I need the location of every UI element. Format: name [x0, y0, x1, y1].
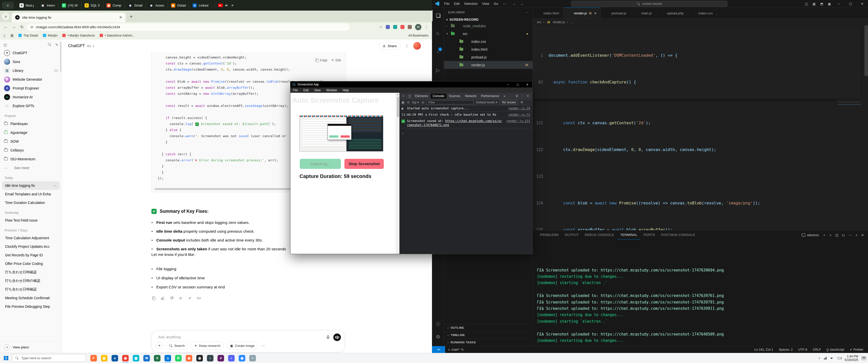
devtools-tab[interactable]: Console	[431, 94, 446, 99]
account-icon[interactable]: ☉	[432, 319, 444, 330]
taskbar-app-icon[interactable]: ◉	[237, 353, 247, 363]
new-tab-button[interactable]: +	[130, 14, 133, 20]
source-control-icon[interactable]: Y1	[432, 46, 444, 58]
tree-item[interactable]: › node_modules	[444, 22, 533, 30]
composer[interactable]: Ask anything + Search ✶Deep research ▣Cr…	[151, 330, 345, 353]
devtools-menu-icon[interactable]: ⋮	[521, 94, 524, 98]
taskbar-app-icon[interactable]: F	[88, 353, 99, 363]
forward-icon[interactable]: →	[12, 25, 16, 30]
source-link[interactable]: render.js:131	[506, 119, 530, 127]
menu-item[interactable]: View	[314, 89, 321, 92]
chat-history-item[interactable]: Email Templates and UI Enha⋯	[2, 190, 60, 198]
chat-history-item[interactable]: Clockify Project Updates Acc	[2, 242, 60, 251]
read-aloud-icon[interactable]	[179, 296, 183, 300]
close-button[interactable]: ✕	[857, 0, 868, 7]
toggle-secondary-sidebar-icon[interactable]: ⬒	[818, 2, 825, 6]
menu-item[interactable]: Window	[326, 89, 337, 92]
tree-item[interactable]: index.css	[444, 38, 533, 45]
devtools-tab[interactable]: Elements	[413, 94, 430, 99]
sidebar-nav-item[interactable]: ▦ Library 23	[1, 66, 60, 75]
background-tab[interactable]: N Next.j	[16, 2, 37, 8]
chat-history-item[interactable]: Idle time logging fix⋯	[2, 181, 60, 190]
taskbar-app-icon[interactable]: X	[152, 353, 162, 363]
toggle-sidebar-icon[interactable]: ▦	[810, 2, 818, 6]
explorer-icon[interactable]: ❏	[432, 10, 444, 21]
taskbar-app-icon[interactable]: ◇	[162, 353, 173, 363]
menu-item[interactable]: ⋯	[500, 2, 508, 5]
console-settings-icon[interactable]: ⚙	[521, 100, 523, 104]
editor-tab[interactable]: index.css ✕	[688, 7, 717, 19]
active-tab[interactable]: ✳ Idle time logging fix ✕	[11, 12, 126, 22]
taskbar-app-icon[interactable]: #	[216, 353, 226, 363]
sidebar-nav-item[interactable]: ✳ ChatGPT	[1, 48, 60, 57]
inspect-icon[interactable]: ⌖	[401, 94, 406, 98]
bookmark-item[interactable]: Martjin	[43, 34, 58, 37]
sidebar-section[interactable]: ›OUTLINE	[444, 324, 533, 331]
menu-item[interactable]: Help	[343, 89, 349, 92]
taskbar-app-icon[interactable]: ◍	[194, 353, 205, 363]
voice-mode-button[interactable]	[333, 333, 341, 341]
close-button[interactable]: ✕	[523, 81, 532, 88]
panel-tab[interactable]: POSTMAN CONSOLE	[658, 230, 698, 239]
remote-indicator[interactable]: ><	[432, 346, 445, 353]
app-scrollbar[interactable]: ▲	[396, 93, 399, 254]
log-levels-dropdown[interactable]: Default levels ▾	[476, 100, 497, 104]
chat-options-icon[interactable]: ⋯	[53, 184, 57, 188]
taskbar-clock[interactable]: 1:44 PM 5/19/2025	[845, 355, 858, 362]
background-tab[interactable]: ◍ Asses	[146, 2, 167, 8]
tree-item[interactable]: index.html	[444, 45, 533, 53]
editor-tab[interactable]: upload.php ✕	[656, 7, 688, 19]
extension-icon[interactable]	[386, 25, 390, 29]
project-item[interactable]: SOW	[1, 137, 60, 146]
prettier-status[interactable]: ✔ Prettier	[850, 348, 864, 352]
menu-item[interactable]: Edit	[303, 89, 309, 92]
project-item[interactable]: ISIJ-Momentum	[1, 155, 60, 163]
panel-tab[interactable]: OUTPUT	[562, 230, 582, 239]
explorer-options-icon[interactable]: ⋯	[526, 10, 529, 14]
project-item[interactable]: Cellaxys	[1, 146, 60, 155]
kill-terminal-icon[interactable]: ⊔	[842, 233, 845, 237]
chrome-profile-avatar[interactable]: M	[415, 24, 422, 30]
background-tab[interactable]: ✆ (74) W	[58, 2, 81, 8]
close-tab-icon[interactable]: ✕	[119, 15, 122, 20]
stop-screenshot-button[interactable]: Stop Screenshot	[344, 159, 384, 169]
project-item[interactable]: Agvantage	[1, 128, 60, 137]
attach-button[interactable]: +	[156, 342, 163, 350]
editor-tab[interactable]: index.html ✕	[533, 7, 563, 19]
search-chip[interactable]: Search	[166, 341, 188, 350]
bookmark-star-icon[interactable]: ☆	[379, 25, 382, 29]
close-tab-icon[interactable]: ✕	[231, 3, 234, 7]
maximize-button[interactable]: ▢	[845, 0, 857, 7]
see-more[interactable]: ⋯ See more	[1, 163, 60, 172]
minimize-button[interactable]: ─	[833, 0, 845, 7]
extension-icon[interactable]	[400, 25, 404, 29]
more-tools-icon[interactable]: ⋯	[261, 344, 267, 348]
chat-history-item[interactable]: Flow Test Field Issue	[2, 216, 60, 225]
menu-item[interactable]: File	[442, 2, 452, 5]
console-filter-input[interactable]: Filter	[427, 100, 473, 104]
copy-response-icon[interactable]	[151, 296, 156, 300]
create-image-chip[interactable]: ▣Create image	[226, 341, 258, 350]
chat-history-item[interactable]: Time Calculation Adjustment	[2, 234, 60, 242]
chat-history-item[interactable]: 打ち合わせ日時の確認	[2, 276, 60, 285]
start-button[interactable]	[0, 353, 12, 363]
toggle-panel-icon[interactable]: ◫	[803, 2, 810, 6]
nav-forward-icon[interactable]: →	[520, 2, 523, 6]
sidebar-nav-item[interactable]: S Website Generator	[1, 75, 60, 84]
panel-tab[interactable]: PORTS	[641, 230, 658, 239]
menu-item[interactable]: Go	[492, 2, 500, 5]
background-tab[interactable]: ◉ Ostad	[167, 2, 189, 8]
status-item[interactable]: CRLF	[813, 348, 821, 352]
devtools-tab[interactable]: Performance	[479, 94, 501, 99]
eye-icon[interactable]: ◎	[422, 100, 424, 104]
all-bookmarks[interactable]: All Bookmarks	[408, 34, 429, 37]
extensions-puzzle-icon[interactable]	[408, 25, 412, 29]
battery-icon[interactable]	[837, 357, 841, 359]
tree-item[interactable]: preload.js	[444, 53, 533, 61]
side-panel-icon[interactable]: ▯	[3, 34, 5, 37]
tree-item[interactable]: ∨ src ●	[444, 30, 533, 38]
chat-history-item[interactable]: Meeting Schedule Confirmati	[2, 294, 60, 302]
taskbar-app-icon[interactable]: ✉	[141, 353, 152, 363]
background-tab[interactable]: in Linked	[189, 2, 212, 8]
site-settings-icon[interactable]: ⚙	[30, 25, 33, 29]
